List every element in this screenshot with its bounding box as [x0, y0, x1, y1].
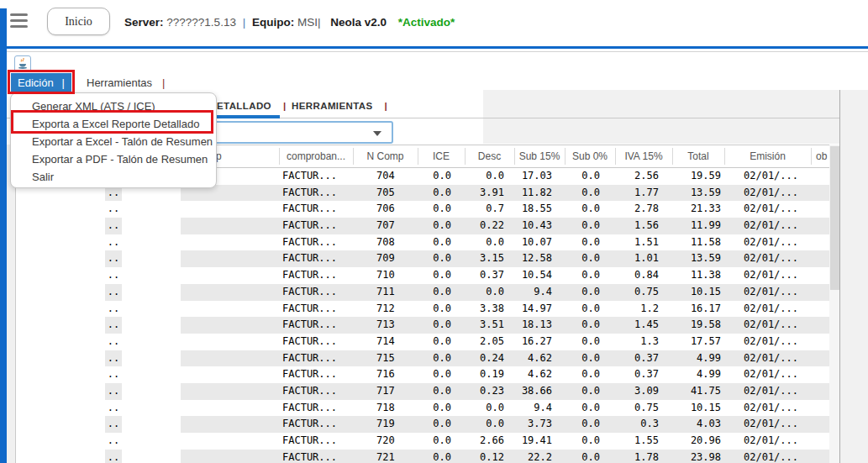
- cell-ncomp: 716: [353, 366, 418, 383]
- cell-emision: 02/01/...: [724, 366, 811, 383]
- table-row[interactable]: ..FACTUR...7080.00.010.070.01.5111.5802/…: [16, 234, 829, 251]
- table-row[interactable]: ..FACTUR...7150.00.244.620.00.374.9902/0…: [16, 350, 829, 367]
- cell-expander[interactable]: ..: [105, 366, 122, 383]
- table-row[interactable]: ..FACTUR...7110.00.09.40.00.7510.1502/01…: [16, 284, 829, 301]
- cell-expander[interactable]: ..: [105, 400, 122, 417]
- vertical-scrollbar[interactable]: [829, 145, 839, 463]
- divider-line: [0, 51, 868, 52]
- cell-blank: [122, 301, 181, 318]
- cell-blank: [122, 267, 181, 284]
- table-row[interactable]: ..FACTUR...7200.02.6619.410.01.5520.9602…: [16, 433, 829, 450]
- cell-expander[interactable]: ..: [105, 416, 122, 433]
- tab-reporte-detallado[interactable]: ETALLADO |: [217, 95, 287, 117]
- hamburger-menu-icon[interactable]: [10, 13, 29, 28]
- cell-desc: 0.0: [465, 284, 514, 301]
- table-row[interactable]: ..FACTUR...7100.00.3710.540.00.8411.3802…: [16, 267, 829, 284]
- column-header-iva15[interactable]: IVA 15%: [615, 145, 672, 167]
- cell-ncomp: 706: [353, 201, 418, 218]
- table-row[interactable]: ..FACTUR...7170.00.2338.660.03.0941.7502…: [16, 383, 829, 400]
- tab-herramientas[interactable]: HERRAMIENTAS |: [292, 95, 387, 117]
- column-header-emision[interactable]: Emisión: [724, 145, 811, 167]
- panel-border: [839, 90, 840, 463]
- cell-emision: 02/01/...: [724, 400, 811, 417]
- cell-expander[interactable]: ..: [105, 433, 122, 450]
- app-window: Inicio Server: ??????1.5.13 | Equipo: MS…: [0, 0, 868, 463]
- cell-tipo: [181, 334, 279, 350]
- cell-sub15: 10.54: [514, 267, 565, 284]
- table-row[interactable]: ..FACTUR...7180.00.09.40.00.7510.1502/01…: [16, 400, 829, 417]
- cell-emision: 02/01/...: [724, 218, 811, 234]
- table-row[interactable]: ..FACTUR...7070.00.2210.430.01.5611.9902…: [16, 218, 829, 234]
- menu-herramientas[interactable]: Herramientas |: [87, 73, 165, 92]
- cell-expander[interactable]: ..: [105, 201, 122, 218]
- cell-expander[interactable]: ..: [105, 450, 122, 463]
- cell-tipo: [181, 201, 279, 218]
- cell-expander[interactable]: ..: [105, 234, 122, 251]
- column-header-desc[interactable]: Desc: [465, 145, 514, 167]
- cell-iva15: 0.75: [615, 284, 672, 301]
- tab-herramientas-label: HERRAMIENTAS: [292, 101, 373, 111]
- cell-ncomp: 718: [353, 400, 418, 417]
- top-bar: Inicio Server: ??????1.5.13 | Equipo: MS…: [0, 0, 868, 46]
- cell-total: 17.57: [672, 334, 724, 350]
- column-header-ncomp[interactable]: N Comp: [353, 145, 418, 167]
- cell-emision: 02/01/...: [724, 234, 811, 251]
- cell-ncomp: 713: [353, 317, 418, 334]
- cell-expander[interactable]: ..: [105, 284, 122, 301]
- cell-blank: [16, 400, 105, 417]
- cell-expander[interactable]: ..: [105, 350, 122, 367]
- menu-item-exporta-a-excel-reporte-detallado[interactable]: Exporta a Excel Reporte Detallado: [11, 115, 216, 133]
- menu-item-exportar-a-excel-tal-n-de-resumen[interactable]: Exportar a Excel - Talón de Resumen: [11, 133, 216, 150]
- cell-comprobante: FACTUR...: [279, 218, 353, 234]
- cell-expander[interactable]: ..: [105, 267, 122, 284]
- scrollbar-thumb[interactable]: [830, 146, 839, 290]
- cell-expander[interactable]: ..: [105, 218, 122, 234]
- cell-blank: [122, 284, 181, 301]
- table-row[interactable]: ..FACTUR...7210.00.1222.20.01.7823.9802/…: [16, 450, 829, 463]
- cell-blank: [122, 416, 181, 433]
- table-row[interactable]: ..FACTUR...7090.03.1512.580.01.0113.5902…: [16, 250, 829, 267]
- menu-item-generar-xml-ats-ice[interactable]: Generar XML (ATS / ICE): [11, 97, 216, 115]
- cell-desc: 3.38: [465, 301, 514, 318]
- cell-ice: 0.0: [418, 334, 465, 350]
- cell-sub15: 12.58: [514, 250, 565, 267]
- cell-expander[interactable]: ..: [105, 383, 122, 400]
- app-version: Neola v2.0: [330, 16, 387, 29]
- cell-expander[interactable]: ..: [105, 334, 122, 350]
- cell-total: 10.15: [672, 284, 724, 301]
- cell-ice: 0.0: [418, 185, 465, 202]
- cell-comprobante: FACTUR...: [279, 201, 353, 218]
- column-header-sub15[interactable]: Sub 15%: [514, 145, 565, 167]
- table-row[interactable]: ..FACTUR...7160.00.194.620.00.374.9902/0…: [16, 366, 829, 383]
- inicio-button[interactable]: Inicio: [47, 8, 110, 35]
- cell-ice: 0.0: [418, 284, 465, 301]
- table-row[interactable]: ..FACTUR...7120.03.3814.970.01.216.1702/…: [16, 301, 829, 318]
- cell-iva15: 1.45: [615, 317, 672, 334]
- cell-expander[interactable]: ..: [105, 250, 122, 267]
- cell-tipo: [181, 218, 279, 234]
- separator: |: [239, 16, 250, 29]
- tabstrip-background: [483, 90, 839, 144]
- menu-item-salir[interactable]: Salir: [11, 168, 216, 186]
- cell-desc: 2.66: [465, 433, 514, 450]
- cell-iva15: 1.3: [615, 334, 672, 350]
- column-header-sub0[interactable]: Sub 0%: [565, 145, 615, 167]
- column-header-comprobante[interactable]: comproban...: [279, 145, 353, 167]
- table-row[interactable]: ..FACTUR...7140.02.0516.270.01.317.5702/…: [16, 334, 829, 350]
- table-row[interactable]: ..FACTUR...7130.03.5118.130.01.4519.5802…: [16, 317, 829, 334]
- column-header-obs[interactable]: ob: [811, 145, 829, 167]
- chevron-down-icon[interactable]: [373, 131, 381, 136]
- java-app-icon[interactable]: [14, 55, 31, 72]
- menu-item-exportar-a-pdf-tal-n-de-resumen[interactable]: Exportar a PDF - Talón de Resumen: [11, 150, 216, 168]
- column-header-total[interactable]: Total: [672, 145, 724, 167]
- cell-expander[interactable]: ..: [105, 317, 122, 334]
- cell-total: 21.33: [672, 201, 724, 218]
- cell-expander[interactable]: ..: [105, 301, 122, 318]
- table-row[interactable]: ..FACTUR...7060.00.718.550.02.7821.3302/…: [16, 201, 829, 218]
- cell-total: 4.99: [672, 366, 724, 383]
- table-row[interactable]: ..FACTUR...7190.00.03.730.00.34.0302/01/…: [16, 416, 829, 433]
- cell-ice: 0.0: [418, 168, 465, 185]
- menu-edicion[interactable]: Edición |: [11, 73, 71, 92]
- cell-ice: 0.0: [418, 416, 465, 433]
- column-header-ice[interactable]: ICE: [418, 145, 465, 167]
